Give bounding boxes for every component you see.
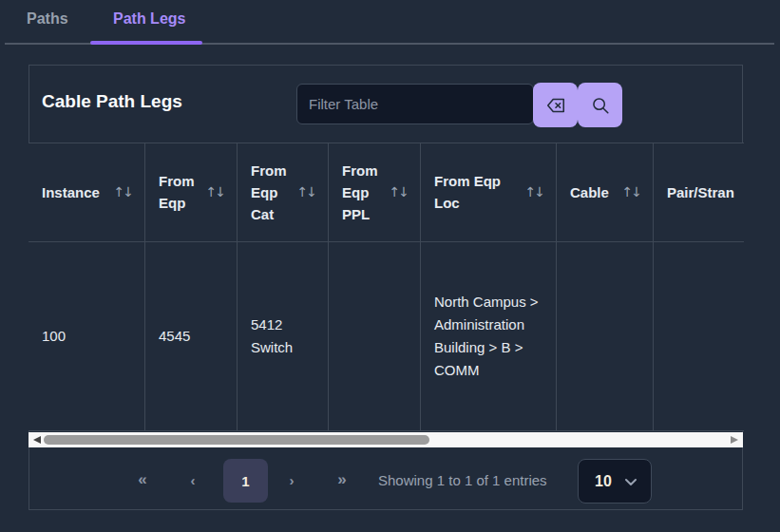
cell-from-eqp-cat: 5412 Switch <box>237 241 328 430</box>
column-header-cable[interactable]: Cable ↑↓ <box>556 142 653 241</box>
column-header-from-eqp-ppl[interactable]: From Eqp PPL ↑↓ <box>328 142 420 241</box>
entries-summary: Showing 1 to 1 of 1 entries <box>378 472 547 488</box>
page-title: Cable Path Legs <box>42 91 182 112</box>
sort-icon: ↑↓ <box>525 181 543 203</box>
last-page-button[interactable]: » <box>331 468 353 491</box>
cell-from-eqp-loc: North Campus > Administration Building >… <box>420 241 556 430</box>
horizontal-scrollbar[interactable] <box>29 432 743 447</box>
cell-from-eqp-ppl <box>328 241 420 430</box>
next-page-button[interactable]: › <box>280 468 303 491</box>
table-header-row: Instance ↑↓ From Eqp ↑↓ From Eqp Cat ↑↓ … <box>29 142 780 241</box>
sort-icon: ↑↓ <box>206 181 224 203</box>
sort-icon: ↑↓ <box>390 181 408 203</box>
sort-icon: ↑↓ <box>297 181 315 203</box>
column-label: From Eqp Loc <box>434 170 522 214</box>
filter-table-input[interactable] <box>296 84 534 124</box>
previous-page-button[interactable]: ‹ <box>181 468 204 491</box>
sort-icon: ↑↓ <box>622 181 640 203</box>
first-page-button[interactable]: « <box>131 468 154 491</box>
page-size-value: 10 <box>595 473 612 490</box>
cell-instance: 100 <box>29 241 144 430</box>
row-bottom-border <box>29 430 744 431</box>
column-header-instance[interactable]: Instance ↑↓ <box>29 142 144 241</box>
cell-cable <box>556 241 653 430</box>
column-header-pair-stran[interactable]: Pair/Stran <box>653 142 780 241</box>
column-label: Pair/Stran <box>667 181 734 203</box>
backspace-icon <box>545 95 566 116</box>
table-row: 100 4545 5412 Switch North Campus > Admi… <box>29 241 780 430</box>
scroll-right-arrow[interactable] <box>731 436 738 444</box>
header-top-border <box>29 142 744 143</box>
column-header-from-eqp-loc[interactable]: From Eqp Loc ↑↓ <box>420 142 556 241</box>
path-legs-page: Paths Path Legs Cable Path Legs Instance <box>0 0 780 532</box>
page-number-button[interactable]: 1 <box>223 459 268 503</box>
tab-paths[interactable]: Paths <box>27 10 68 28</box>
column-label: Instance <box>42 181 100 203</box>
column-label: From Eqp <box>159 170 202 214</box>
header-bottom-border <box>29 241 744 242</box>
chevron-down-icon <box>623 474 638 489</box>
sort-icon: ↑↓ <box>114 181 132 203</box>
column-label: From Eqp Cat <box>251 160 294 225</box>
clear-filter-button[interactable] <box>533 83 578 127</box>
tab-path-legs[interactable]: Path Legs <box>113 10 185 28</box>
column-header-from-eqp[interactable]: From Eqp ↑↓ <box>144 142 237 241</box>
page-size-select[interactable]: 10 <box>578 459 652 504</box>
scroll-left-arrow[interactable] <box>33 436 41 444</box>
column-label: Cable <box>570 181 609 203</box>
column-header-from-eqp-cat[interactable]: From Eqp Cat ↑↓ <box>237 142 328 241</box>
search-button[interactable] <box>578 83 622 127</box>
cell-from-eqp: 4545 <box>144 241 237 430</box>
cable-path-legs-table: Instance ↑↓ From Eqp ↑↓ From Eqp Cat ↑↓ … <box>29 142 780 431</box>
search-icon <box>590 95 611 116</box>
active-tab-underline <box>90 41 202 45</box>
column-label: From Eqp PPL <box>342 160 386 225</box>
cell-pair-stran <box>653 241 780 430</box>
scrollbar-thumb[interactable] <box>44 435 429 445</box>
